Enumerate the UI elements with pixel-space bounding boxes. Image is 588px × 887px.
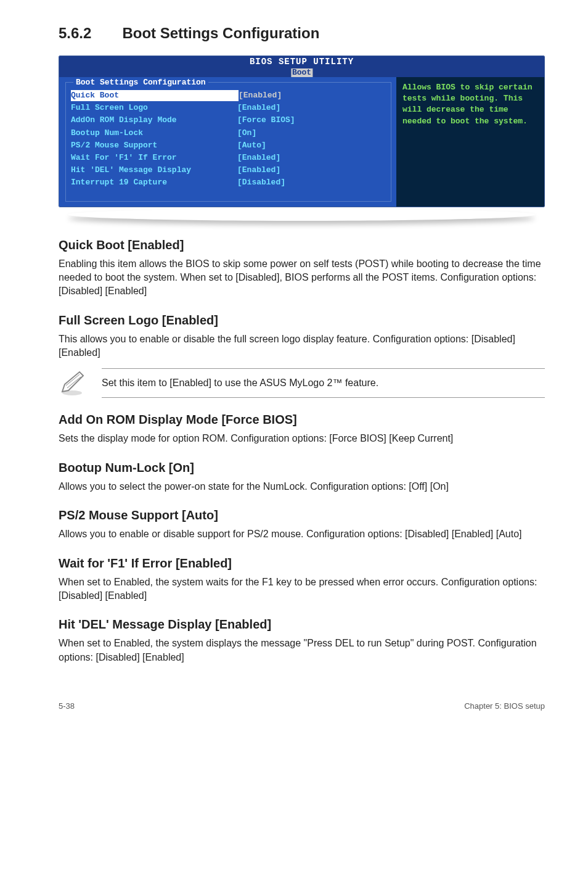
bios-settings-pane: Boot Settings Configuration Quick Boot[E…: [59, 77, 396, 207]
bios-setting-row: Bootup Num-Lock[On]: [71, 128, 386, 139]
subsection-heading: Add On ROM Display Mode [Force BIOS]: [59, 413, 545, 427]
bios-setting-row: PS/2 Mouse Support[Auto]: [71, 140, 386, 151]
bios-setting-label: Hit 'DEL' Message Display: [71, 165, 237, 176]
bios-title-bar: BIOS SETUP UTILITY Boot: [59, 56, 544, 77]
bios-setting-value: [On]: [237, 128, 386, 139]
bios-setting-row: Quick Boot[Enabled]: [71, 90, 386, 101]
bios-setting-label: Bootup Num-Lock: [71, 128, 237, 139]
bios-setting-label: Quick Boot: [71, 90, 239, 101]
subsection-body: Allows you to enable or disable support …: [59, 527, 545, 541]
subsection-heading: Quick Boot [Enabled]: [59, 238, 545, 252]
bios-setting-value: [Enabled]: [239, 90, 386, 101]
bios-panel: BIOS SETUP UTILITY Boot Boot Settings Co…: [59, 56, 545, 207]
subsection-heading: Wait for 'F1' If Error [Enabled]: [59, 556, 545, 571]
bios-help-text: Allows BIOS to skip certain tests while …: [402, 82, 538, 127]
footer-chapter: Chapter 5: BIOS setup: [464, 701, 545, 711]
bios-help-pane: Allows BIOS to skip certain tests while …: [396, 77, 544, 207]
bios-setting-row: AddOn ROM Display Mode[Force BIOS]: [71, 115, 386, 126]
bios-setting-value: [Enabled]: [237, 152, 386, 163]
bios-setting-value: [Force BIOS]: [237, 115, 386, 126]
bios-setting-row: Interrupt 19 Capture[Disabled]: [71, 177, 386, 188]
subsection-heading: Full Screen Logo [Enabled]: [59, 313, 545, 328]
bios-section-title: Boot Settings Configuration: [73, 77, 208, 88]
subsection-heading: Hit 'DEL' Message Display [Enabled]: [59, 617, 545, 632]
section-number: 5.6.2: [59, 25, 91, 41]
bios-setting-value: [Enabled]: [237, 102, 386, 113]
bios-setting-label: Full Screen Logo: [71, 102, 237, 113]
bios-active-tab: Boot: [291, 68, 312, 77]
svg-line-3: [67, 377, 81, 388]
bios-setting-value: [Auto]: [237, 140, 386, 151]
subsection-body: Enabling this item allows the BIOS to sk…: [59, 257, 545, 299]
footer-page-number: 5-38: [59, 701, 75, 711]
bios-setting-label: AddOn ROM Display Mode: [71, 115, 237, 126]
bios-setting-label: PS/2 Mouse Support: [71, 140, 237, 151]
page-footer: 5-38 Chapter 5: BIOS setup: [59, 701, 545, 711]
subsection-body: Sets the display mode for option ROM. Co…: [59, 432, 545, 445]
subsection-body: Allows you to select the power-on state …: [59, 480, 545, 493]
note-text: Set this item to [Enabled] to use the AS…: [102, 368, 545, 398]
bios-setting-row: Full Screen Logo[Enabled]: [71, 102, 386, 113]
bios-setting-label: Interrupt 19 Capture: [71, 177, 237, 188]
panel-shadow: [59, 211, 545, 222]
subsection-heading: PS/2 Mouse Support [Auto]: [59, 508, 545, 522]
bios-setting-label: Wait For 'F1' If Error: [71, 152, 237, 163]
subsection-heading: Bootup Num-Lock [On]: [59, 461, 545, 475]
subsection-body: When set to Enabled, the system waits fo…: [59, 576, 545, 603]
bios-setting-value: [Disabled]: [237, 177, 386, 188]
section-heading: 5.6.2Boot Settings Configuration: [59, 25, 545, 42]
svg-marker-1: [62, 372, 83, 392]
subsection-body: This allows you to enable or disable the…: [59, 332, 545, 360]
section-title: Boot Settings Configuration: [122, 25, 319, 41]
pencil-note-icon: [59, 369, 86, 397]
bios-setting-row: Hit 'DEL' Message Display[Enabled]: [71, 165, 386, 176]
subsection-body: When set to Enabled, the system displays…: [59, 637, 545, 664]
bios-setting-value: [Enabled]: [237, 165, 386, 176]
note-block: Set this item to [Enabled] to use the AS…: [59, 368, 545, 398]
bios-setting-row: Wait For 'F1' If Error[Enabled]: [71, 152, 386, 163]
svg-line-2: [66, 374, 80, 386]
bios-title-text: BIOS SETUP UTILITY: [59, 56, 544, 67]
